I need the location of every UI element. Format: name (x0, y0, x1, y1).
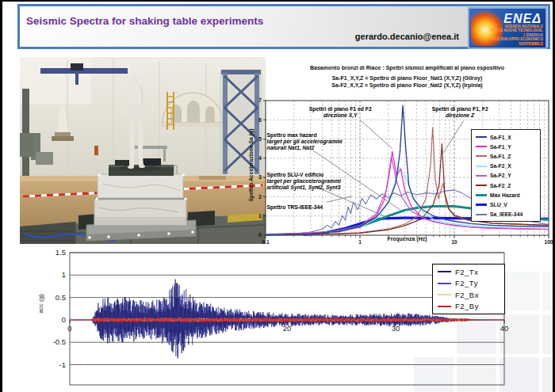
header-bar: Seismic Spectra for shaking table experi… (17, 4, 550, 49)
slide-border-left (0, 0, 2, 392)
spectra-x-axis-label: Frequenza (Hz) (266, 236, 549, 242)
legend-swatch (476, 204, 487, 206)
annotation-1: Spettri di piano F1, F2direzione Z (432, 106, 488, 119)
legend-item: Sa-F1_Z (476, 151, 540, 161)
legend-swatch (476, 185, 487, 186)
legend-swatch (476, 166, 487, 167)
legend-label: Sa-F2_Y (490, 173, 511, 178)
legend-item: Sa-F2_X (476, 162, 540, 171)
svg-text:2: 2 (258, 194, 262, 200)
svg-text:1.5: 1.5 (56, 248, 66, 257)
legend-swatch (438, 283, 451, 284)
svg-text:5: 5 (258, 136, 262, 142)
spectra-chart: Basamento bronzi di Riace : Spettri sism… (244, 60, 553, 245)
slide-title: Seismic Spectra for shaking table experi… (26, 15, 263, 27)
svg-text:-0.5: -0.5 (53, 337, 66, 346)
enea-logo: ENEΔ AGENZIA NAZIONALE PER LE NUOVE TECN… (468, 7, 547, 49)
legend-label: Sa-F1_X (490, 135, 511, 140)
svg-text:7: 7 (258, 97, 262, 103)
legend-label: F2_By (455, 302, 479, 310)
svg-text:-1: -1 (59, 360, 66, 369)
spectra-subtitle-1: Sa-F1_X,Y,Z = Spettro di piano Floor_Nat… (266, 75, 549, 81)
legend-item: F2_Tx (438, 266, 504, 278)
spectra-legend: Sa-F1_XSa-F1_YSa-F1_ZSa-F2_XSa-F2_YSa-F2… (471, 129, 541, 222)
legend-swatch (476, 136, 487, 138)
time-y-axis-label: acc (g) (37, 287, 44, 322)
spectra-title: Basamento bronzi di Riace : Spettri sism… (266, 65, 549, 70)
legend-item: F2_By (438, 301, 504, 313)
legend-label: Sa-F1_Y (490, 144, 511, 150)
enea-logo-subtext: AGENZIA NAZIONALE PER LE NUOVE TECNOLOGI… (469, 25, 543, 46)
legend-item: Sa-F1_Y (476, 142, 540, 151)
lab-photo (20, 57, 266, 244)
svg-text:6: 6 (258, 117, 262, 123)
legend-swatch (476, 146, 487, 147)
legend-label: F2_Ty (455, 279, 478, 287)
legend-swatch (438, 294, 451, 295)
svg-text:1: 1 (258, 213, 262, 219)
legend-label: Sa-F2_X (490, 163, 511, 169)
annotation-0: Spettri di piano F1 ed F2direzione X,Y (309, 106, 372, 119)
annotation-2: Spettro max hazardtarget per gli acceler… (267, 132, 343, 152)
legend-item: F2_Ty (438, 278, 504, 290)
legend-swatch (476, 194, 487, 196)
legend-label: F2_Tx (455, 268, 478, 276)
legend-item: Sa_IEEE-344 (476, 210, 540, 219)
annotation-3: Spettro SLU-V edificiotarget per gliacce… (267, 172, 341, 192)
time-history-chart: 1.510.50-0.5-1010203040 acc (g) F2_TxF2_… (36, 248, 511, 390)
legend-item: SLU_V (476, 200, 540, 209)
legend-item: Sa-F1_X (476, 132, 540, 142)
spectra-subtitle-2: Sa-F2_X,Y,Z = Spettro di piano Floor_Nat… (266, 82, 549, 88)
svg-text:1: 1 (62, 270, 66, 279)
spectra-y-axis-label: Spettro Accelerazione Sa (g) (248, 110, 254, 221)
legend-label: Sa-F2_Z (490, 183, 511, 188)
svg-text:0.5: 0.5 (56, 293, 66, 302)
legend-item: F2_Bx (438, 289, 504, 301)
svg-text:0: 0 (67, 324, 71, 333)
marble-base (94, 174, 186, 225)
legend-item: Sa-F2_Z (476, 181, 540, 190)
legend-label: Sa-F1_Z (490, 154, 511, 159)
legend-swatch (476, 214, 487, 215)
legend-label: Sa_IEEE-344 (490, 211, 522, 217)
svg-text:4: 4 (258, 155, 262, 161)
legend-item: Sa-F2_Y (476, 171, 540, 181)
legend-label: Max Hazard (490, 192, 520, 198)
author-email: gerardo.decanio@enea.it (355, 32, 459, 41)
annotation-4: Spettro TRS-IEEE-344 (267, 204, 323, 211)
svg-text:3: 3 (258, 174, 262, 180)
legend-swatch (438, 306, 451, 307)
time-history-legend: F2_TxF2_TyF2_BxF2_By (432, 264, 505, 314)
svg-text:40: 40 (500, 324, 509, 333)
slide: Seismic Spectra for shaking table experi… (0, 0, 555, 392)
svg-text:0: 0 (258, 232, 262, 238)
legend-label: F2_Bx (455, 291, 479, 299)
legend-swatch (438, 271, 451, 272)
legend-swatch (476, 155, 487, 157)
svg-text:0: 0 (62, 315, 66, 324)
legend-label: SLU_V (490, 202, 507, 207)
legend-swatch (476, 175, 487, 177)
legend-item: Max Hazard (476, 190, 540, 200)
slide-border-top (0, 0, 555, 2)
